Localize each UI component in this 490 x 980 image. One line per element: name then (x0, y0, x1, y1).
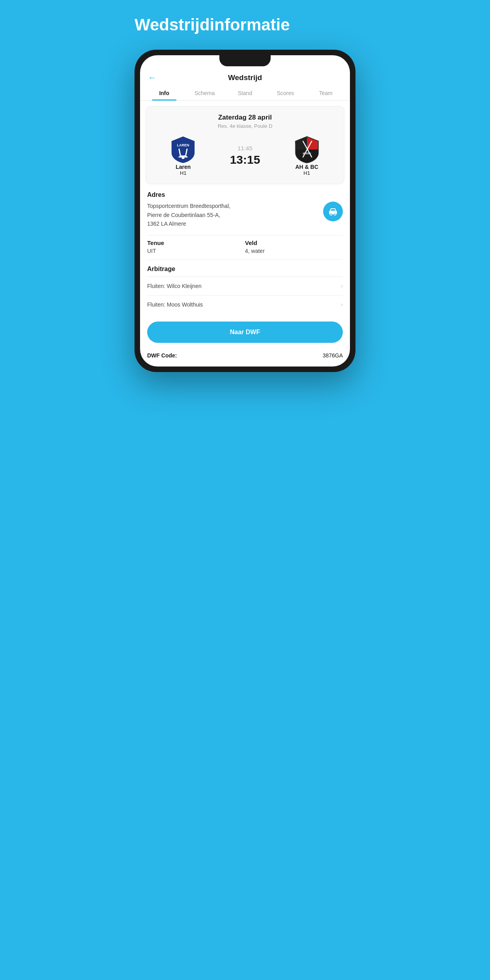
referee-2-text: Fluiten: Moos Wolthuis (147, 301, 203, 308)
tenue-value: UIT (147, 248, 245, 254)
address-label: Adres (147, 191, 343, 198)
car-icon (328, 206, 338, 217)
tab-team[interactable]: Team (306, 86, 346, 100)
svg-text:LAREN: LAREN (177, 143, 189, 147)
match-date: Zaterdag 28 april (152, 114, 338, 122)
match-score: 13:15 (230, 153, 260, 166)
divider-1 (147, 235, 343, 236)
home-team-sub: H1 (180, 170, 187, 176)
match-teams: LAREN Laren H1 11:45 (152, 135, 338, 176)
dwf-code-label: DWF Code: (147, 352, 177, 359)
divider-2 (147, 260, 343, 260)
home-team-block: LAREN Laren H1 (152, 135, 214, 176)
home-team-name: Laren (176, 164, 191, 170)
svg-point-5 (181, 156, 185, 159)
match-league: Res. 4e klasse, Poule D (152, 123, 338, 129)
dwf-button[interactable]: Naar DWF (147, 322, 343, 343)
address-text: Topsportcentrum Breedtesporthal, Pierre … (147, 202, 318, 228)
info-section: Adres Topsportcentrum Breedtesporthal, P… (140, 191, 350, 314)
tab-scores[interactable]: Scores (265, 86, 305, 100)
tenue-label: Tenue (147, 239, 245, 246)
away-team-block: ah&bc AH & BC H1 (276, 135, 338, 176)
referee-row-2[interactable]: Fluiten: Moos Wolthuis › (147, 295, 343, 314)
svg-text:ah&bc: ah&bc (303, 152, 311, 155)
referee-row-1[interactable]: Fluiten: Wilco Kleijnen › (147, 277, 343, 295)
match-time: 11:45 (238, 145, 252, 151)
chevron-icon-1: › (341, 282, 343, 290)
laren-logo: LAREN (170, 135, 196, 164)
dwf-code-row: DWF Code: 3876GA (140, 348, 350, 367)
veld-value: 4, water (245, 248, 343, 254)
screen-title: Wedstrijd (228, 73, 262, 82)
phone-notch (219, 55, 271, 66)
phone-frame: ← Wedstrijd Info Schema Stand Scores Tea… (135, 50, 355, 372)
referee-1-text: Fluiten: Wilco Kleijnen (147, 283, 202, 289)
tab-schema[interactable]: Schema (184, 86, 224, 100)
phone-inner: ← Wedstrijd Info Schema Stand Scores Tea… (140, 55, 350, 367)
svg-point-10 (330, 213, 332, 215)
veld-block: Veld 4, water (245, 239, 343, 254)
match-card: Zaterdag 28 april Res. 4e klasse, Poule … (146, 106, 344, 184)
tab-stand[interactable]: Stand (225, 86, 265, 100)
tabs-bar: Info Schema Stand Scores Team (140, 86, 350, 101)
tenue-veld-row: Tenue UIT Veld 4, water (147, 239, 343, 254)
chevron-icon-2: › (341, 301, 343, 308)
arbitrage-label: Arbitrage (147, 266, 343, 273)
away-team-sub: H1 (303, 170, 310, 176)
tenue-block: Tenue UIT (147, 239, 245, 254)
page-bg-title: Wedstrijdinformatie (135, 16, 355, 34)
dwf-code-value: 3876GA (323, 352, 343, 359)
ahbc-logo: ah&bc (294, 135, 320, 164)
app-header: ← Wedstrijd (140, 66, 350, 86)
veld-label: Veld (245, 239, 343, 246)
score-block: 11:45 13:15 (214, 145, 276, 166)
svg-point-11 (334, 213, 336, 215)
nav-button[interactable] (323, 202, 343, 221)
address-row: Topsportcentrum Breedtesporthal, Pierre … (147, 202, 343, 228)
away-team-name: AH & BC (295, 164, 318, 170)
tab-info[interactable]: Info (144, 86, 184, 100)
back-button[interactable]: ← (148, 73, 157, 83)
